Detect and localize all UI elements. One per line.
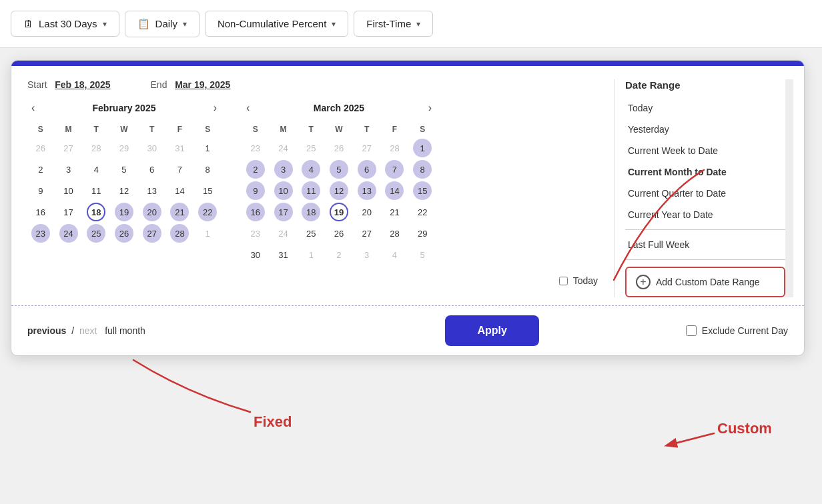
calendar-day[interactable]: 3	[358, 245, 376, 264]
cumulative-label: Non-Cumulative Percent	[218, 18, 326, 29]
calendar-day[interactable]: 31	[274, 245, 293, 264]
calendar-day[interactable]: 20	[143, 203, 161, 221]
calendar-day[interactable]: 10	[59, 181, 78, 200]
calendar-day[interactable]: 29	[115, 139, 133, 157]
calendar-day[interactable]: 5	[330, 160, 348, 179]
calendar-day[interactable]: 15	[198, 181, 217, 200]
calendar-day[interactable]: 16	[246, 203, 265, 221]
calendar-day[interactable]: 6	[358, 160, 376, 179]
calendar-day[interactable]: 23	[246, 224, 265, 243]
firsttime-btn[interactable]: First-Time ▾	[354, 11, 433, 37]
calendar-day[interactable]: 24	[274, 139, 293, 157]
calendar-day[interactable]: 23	[246, 139, 265, 157]
calendar-day[interactable]: 1	[198, 224, 217, 243]
prev-label[interactable]: previous	[27, 325, 66, 336]
calendar-day[interactable]: 20	[358, 203, 376, 221]
calendar-day[interactable]: 25	[302, 139, 320, 157]
calendar-day[interactable]: 5	[115, 160, 133, 179]
calendar-day[interactable]: 2	[330, 245, 348, 264]
today-checkbox[interactable]	[559, 277, 568, 285]
calendar-day[interactable]: 4	[385, 245, 404, 264]
calendar-day[interactable]: 22	[413, 203, 432, 221]
calendar-day[interactable]: 26	[330, 224, 348, 243]
range-list-item[interactable]: Current Week to Date	[625, 140, 785, 161]
apply-button[interactable]: Apply	[445, 315, 538, 346]
range-list-item[interactable]: Current Month to Date	[625, 161, 785, 183]
calendar-day[interactable]: 2	[246, 160, 265, 179]
calendar-day[interactable]: 26	[330, 139, 348, 157]
calendar-day[interactable]: 22	[198, 203, 217, 221]
calendar-day[interactable]: 12	[330, 181, 348, 200]
calendar-day[interactable]: 13	[358, 181, 376, 200]
calendar-day[interactable]: 27	[59, 139, 78, 157]
calendar-day[interactable]: 7	[385, 160, 404, 179]
calendar-day[interactable]: 16	[31, 203, 50, 221]
calendar-day[interactable]: 9	[31, 181, 50, 200]
calendar-day[interactable]: 26	[115, 224, 133, 243]
calendar-day[interactable]: 3	[59, 160, 78, 179]
calendar-day[interactable]: 28	[385, 224, 404, 243]
add-custom-btn[interactable]: + Add Custom Date Range	[625, 267, 785, 297]
mar-prev-btn[interactable]: ‹	[242, 101, 254, 115]
calendar-day[interactable]: 9	[246, 181, 265, 200]
calendar-day[interactable]: 7	[170, 160, 189, 179]
calendar-day[interactable]: 14	[170, 181, 189, 200]
calendar-day[interactable]: 2	[31, 160, 50, 179]
calendar-day[interactable]: 14	[385, 181, 404, 200]
range-list-item[interactable]: Yesterday	[625, 119, 785, 140]
calendar-day[interactable]: 11	[87, 181, 105, 200]
calendar-day[interactable]: 17	[274, 203, 293, 221]
calendar-day[interactable]: 10	[274, 181, 293, 200]
calendar-day[interactable]: 11	[302, 181, 320, 200]
calendar-day[interactable]: 27	[358, 139, 376, 157]
range-list-item[interactable]: Today	[625, 97, 785, 119]
range-list-item[interactable]: Current Year to Date	[625, 204, 785, 225]
range-list-item[interactable]: Last Full Week	[625, 234, 785, 255]
calendar-day[interactable]: 30	[246, 245, 265, 264]
calendar-day[interactable]: 4	[87, 160, 105, 179]
calendar-day[interactable]: 4	[302, 160, 320, 179]
calendar-day[interactable]: 3	[274, 160, 293, 179]
calendar-day[interactable]: 18	[302, 203, 320, 221]
calendar-day[interactable]: 29	[413, 224, 432, 243]
scrollbar[interactable]	[785, 79, 793, 297]
calendar-day[interactable]: 27	[143, 224, 161, 243]
calendar-day[interactable]: 1	[198, 139, 217, 157]
calendar-day[interactable]: 26	[31, 139, 50, 157]
calendar-day[interactable]: 31	[170, 139, 189, 157]
calendar-day[interactable]: 19	[330, 203, 348, 221]
calendar-day[interactable]: 25	[87, 224, 105, 243]
calendar-day[interactable]: 30	[143, 139, 161, 157]
calendar-day[interactable]: 28	[385, 139, 404, 157]
date-range-btn[interactable]: 🗓 Last 30 Days ▾	[11, 11, 119, 37]
daily-btn[interactable]: 📋 Daily ▾	[125, 11, 199, 37]
exclude-current-day-checkbox[interactable]	[686, 325, 697, 336]
range-list-item[interactable]: Current Quarter to Date	[625, 183, 785, 204]
calendar-day[interactable]: 6	[143, 160, 161, 179]
cumulative-btn[interactable]: Non-Cumulative Percent ▾	[205, 11, 348, 37]
calendar-day[interactable]: 13	[143, 181, 161, 200]
calendar-day[interactable]: 1	[302, 245, 320, 264]
calendar-day[interactable]: 21	[385, 203, 404, 221]
panel-body: Start Feb 18, 2025 End Mar 19, 2025 ‹ Fe…	[11, 66, 804, 297]
calendar-day[interactable]: 28	[87, 139, 105, 157]
calendar-day[interactable]: 23	[31, 224, 50, 243]
calendar-day[interactable]: 17	[59, 203, 78, 221]
calendar-day[interactable]: 24	[274, 224, 293, 243]
calendar-day[interactable]: 18	[87, 203, 105, 221]
calendar-day[interactable]: 19	[115, 203, 133, 221]
mar-next-btn[interactable]: ›	[424, 101, 436, 115]
calendar-day[interactable]: 12	[115, 181, 133, 200]
calendar-day[interactable]: 28	[170, 224, 189, 243]
calendar-day[interactable]: 27	[358, 224, 376, 243]
calendar-day[interactable]: 24	[59, 224, 78, 243]
calendar-day[interactable]: 1	[413, 139, 432, 157]
calendar-day[interactable]: 8	[413, 160, 432, 179]
calendar-day[interactable]: 25	[302, 224, 320, 243]
calendar-day[interactable]: 15	[413, 181, 432, 200]
calendar-day[interactable]: 21	[170, 203, 189, 221]
calendar-day[interactable]: 5	[413, 245, 432, 264]
calendar-day[interactable]: 8	[198, 160, 217, 179]
feb-next-btn[interactable]: ›	[210, 101, 221, 115]
feb-prev-btn[interactable]: ‹	[27, 101, 39, 115]
